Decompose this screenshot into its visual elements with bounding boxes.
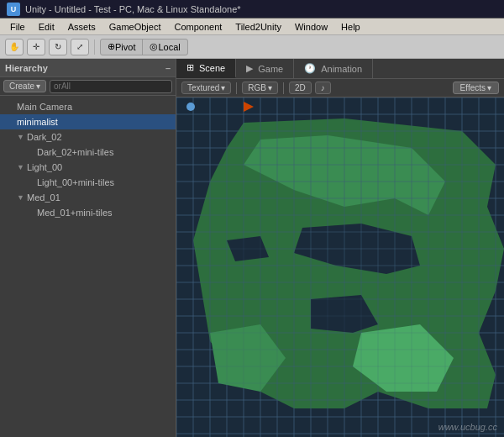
create-chevron-icon: ▾ (36, 82, 40, 91)
textured-button[interactable]: Textured ▾ (181, 82, 231, 94)
toolbar: ✋ ✛ ↻ ⤢ ⊕ Pivot ◎ Local (0, 35, 504, 59)
local-button[interactable]: ◎ Local (143, 39, 186, 55)
tree-item-label: minimalist (17, 117, 169, 127)
main-area: Hierarchy – Create ▾ Main Cameraminimali… (0, 59, 504, 437)
scene-toolbar: Textured ▾ RGB ▾ 2D ♪ Effects ▾ (176, 79, 504, 97)
textured-chevron-icon: ▾ (221, 83, 225, 92)
tree-item-label: Light_00+mini-tiles (37, 177, 169, 187)
hierarchy-header: Hierarchy – (0, 59, 176, 77)
rgb-chevron-icon: ▾ (268, 83, 272, 92)
tree-item-minimalist[interactable]: minimalist (0, 114, 176, 129)
scene-tab-label: Scene (199, 63, 225, 73)
tilemap-canvas (176, 97, 504, 437)
pivot-icon: ⊕ (108, 41, 115, 52)
tree-item-label: Main Camera (17, 102, 169, 112)
hierarchy-create-button[interactable]: Create ▾ (3, 80, 46, 92)
tab-animation[interactable]: 🕐 Animation (294, 59, 373, 78)
create-label: Create (9, 82, 34, 91)
menu-window[interactable]: Window (288, 18, 334, 34)
scene-tabs: ⊞ Scene ▶ Game 🕐 Animation (176, 59, 504, 79)
hand-tool-button[interactable]: ✋ (5, 39, 24, 55)
pivot-label: Pivot (115, 42, 135, 52)
audio-icon: ♪ (321, 83, 325, 92)
tab-scene[interactable]: ⊞ Scene (176, 59, 236, 78)
menu-gameobject[interactable]: GameObject (102, 18, 168, 34)
tree-item-med-01-mini[interactable]: Med_01+mini-tiles (0, 205, 176, 220)
tree-item-light-00-mini[interactable]: Light_00+mini-tiles (0, 175, 176, 190)
tree-arrow-icon: ▼ (17, 193, 27, 202)
scene-panel: ⊞ Scene ▶ Game 🕐 Animation Textured ▾ RG… (176, 59, 504, 437)
tree-item-main-camera[interactable]: Main Camera (0, 99, 176, 114)
title-bar: U Unity - Untitled - Test - PC, Mac & Li… (0, 0, 504, 18)
menu-tiled2unity[interactable]: Tiled2Unity (228, 18, 288, 34)
menu-component[interactable]: Component (167, 18, 228, 34)
scene-viewport[interactable]: www.ucbug.cc (176, 97, 504, 437)
menu-assets[interactable]: Assets (61, 18, 102, 34)
rgb-button[interactable]: RGB ▾ (242, 82, 278, 94)
game-tab-icon: ▶ (246, 63, 253, 74)
tree-item-label: Dark_02+mini-tiles (37, 147, 169, 157)
twod-label: 2D (295, 83, 306, 92)
game-tab-label: Game (258, 64, 283, 74)
hierarchy-panel: Hierarchy – Create ▾ Main Cameraminimali… (0, 59, 176, 437)
scale-tool-button[interactable]: ⤢ (71, 39, 89, 55)
menu-edit[interactable]: Edit (32, 18, 61, 34)
pivot-button[interactable]: ⊕ Pivot (101, 39, 143, 55)
effects-button[interactable]: Effects ▾ (453, 82, 499, 94)
tree-item-med-01[interactable]: ▼Med_01 (0, 190, 176, 205)
watermark: www.ucbug.cc (438, 422, 497, 432)
hierarchy-tree: Main Cameraminimalist▼Dark_02Dark_02+min… (0, 96, 176, 437)
tree-item-label: Med_01 (27, 192, 169, 203)
menu-bar: File Edit Assets GameObject Component Ti… (0, 18, 504, 35)
tab-game[interactable]: ▶ Game (236, 59, 294, 78)
tree-item-dark-02[interactable]: ▼Dark_02 (0, 129, 176, 145)
toolbar-separator (94, 39, 95, 55)
tree-item-label: Med_01+mini-tiles (37, 208, 169, 218)
menu-file[interactable]: File (3, 18, 32, 34)
local-icon: ◎ (150, 41, 158, 52)
tree-arrow-icon: ▼ (17, 163, 27, 171)
tree-arrow-icon: ▼ (17, 133, 27, 141)
move-tool-button[interactable]: ✛ (27, 39, 45, 55)
tree-item-label: Light_00 (27, 162, 169, 172)
window-title: Unity - Untitled - Test - PC, Mac & Linu… (25, 4, 241, 14)
effects-chevron-icon: ▾ (487, 83, 491, 92)
hierarchy-search-bar: Create ▾ (0, 77, 176, 96)
tree-item-light-00[interactable]: ▼Light_00 (0, 160, 176, 175)
pivot-local-group: ⊕ Pivot ◎ Local (100, 39, 188, 55)
animation-tab-icon: 🕐 (304, 63, 316, 74)
scene-tab-icon: ⊞ (186, 62, 194, 73)
effects-label: Effects (460, 83, 486, 92)
animation-tab-label: Animation (321, 64, 362, 74)
tree-item-label: Dark_02 (27, 132, 169, 142)
scene-toolbar-sep1 (236, 82, 237, 94)
rotate-tool-button[interactable]: ↻ (49, 39, 67, 55)
textured-label: Textured (187, 83, 219, 92)
menu-help[interactable]: Help (334, 18, 367, 34)
twod-button[interactable]: 2D (289, 82, 312, 94)
hierarchy-title: Hierarchy (5, 63, 48, 73)
scene-toolbar-sep2 (283, 82, 284, 94)
unity-logo-icon: U (7, 3, 20, 16)
local-label: Local (158, 42, 180, 52)
hierarchy-search-input[interactable] (50, 80, 172, 93)
tree-item-dark-02-mini[interactable]: Dark_02+mini-tiles (0, 145, 176, 160)
navigate-origin-dot (186, 103, 195, 111)
rgb-label: RGB (248, 83, 266, 92)
hierarchy-collapse-icon[interactable]: – (165, 63, 171, 73)
audio-button[interactable]: ♪ (315, 82, 331, 94)
